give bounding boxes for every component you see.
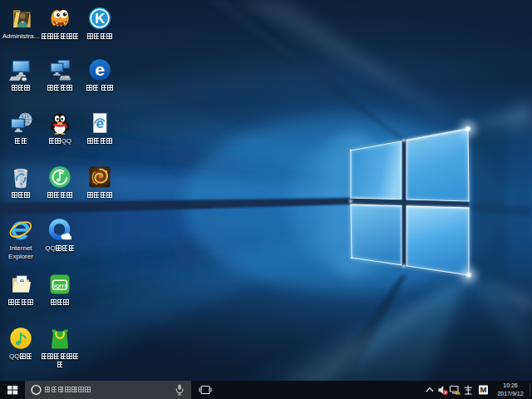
svg-text:iQIYI: iQIYI [54,283,66,288]
svg-text:e: e [95,60,105,79]
svg-text:e: e [96,116,104,131]
svg-text:M: M [480,385,487,394]
svg-text:K: K [95,11,106,27]
